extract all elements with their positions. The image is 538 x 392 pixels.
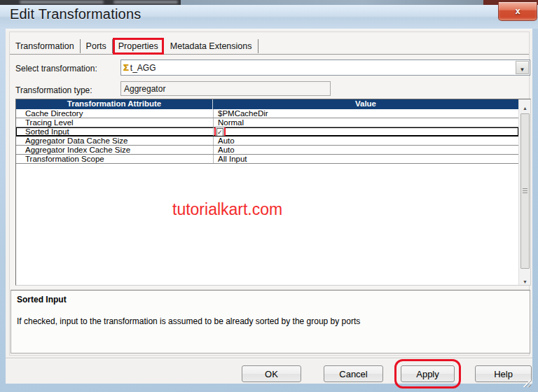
tab-label: Metadata Extensions [170,41,252,51]
close-icon: x [499,2,537,20]
table-rows: Cache Directory $PMCacheDir ✓ Tracing Le… [16,109,518,164]
close-button[interactable]: x [498,2,537,21]
table-row[interactable]: Tracing Level Normal ✓ [16,118,518,127]
background-window-strip [0,0,538,5]
value-cell: Auto ✓ [213,136,518,145]
button-label: Cancel [339,369,367,379]
attribute-cell: Cache Directory [16,109,213,118]
table-row[interactable]: Aggregator Index Cache Size Auto ✓ [16,146,518,155]
attributes-table: Transformation Attribute Value Cache Dir… [15,99,531,286]
scrollbar-grip-icon [523,188,527,195]
table-scrollbar[interactable]: ▲ ▼ [518,99,530,285]
attribute-description-panel: Sorted Input If checked, input to the tr… [11,290,530,354]
tab-strip: Transformation Ports Properties Metadata… [10,35,258,57]
value-cell: Auto ✓ [213,146,518,154]
scroll-up-icon: ▲ [523,106,527,111]
table-row[interactable]: Aggregator Data Cache Size Auto ✓ [16,136,518,146]
tab[interactable]: Properties [113,38,164,55]
transformation-type-value: Aggregator [120,81,331,96]
transformation-select-dropdown[interactable]: Σ t_AGG ▼ [120,59,530,76]
description-text: If checked, input to the transformation … [17,316,524,326]
scroll-down-icon: ▼ [523,279,527,284]
value-cell: Normal ✓ [213,118,518,127]
button-label: OK [265,369,278,379]
value-cell: ✓ [213,127,518,136]
tab-label: Transformation [15,41,74,51]
watermark-text: tutorialkart.com [172,200,282,219]
dialog-button[interactable]: Cancel [324,365,383,382]
sorted-input-checkbox[interactable]: ✓ [216,128,223,136]
edit-transformations-dialog: Edit Transformations x Transformation Po… [0,0,538,392]
dialog-button[interactable]: Help [475,365,532,382]
table-header-row: Transformation Attribute Value [16,99,518,109]
blurred-background-text [20,1,104,4]
button-label: Help [494,369,513,379]
dialog-button[interactable]: OK [242,365,301,382]
tab[interactable]: Transformation [10,39,81,53]
scrollbar-thumb[interactable] [520,113,530,269]
value-cell: All Input ✓ [213,155,518,163]
scroll-down-button[interactable]: ▼ [520,274,530,284]
chevron-down-icon: ▼ [520,66,525,73]
attribute-cell: Aggregator Data Cache Size [16,136,213,145]
dropdown-arrow-button[interactable]: ▼ [516,61,529,74]
table-row[interactable]: Transformation Scope All Input ✓ [16,155,518,164]
attribute-cell: Sorted Input [16,127,213,136]
button-area-divider [6,358,532,359]
tab[interactable]: Metadata Extensions [165,39,258,53]
window-title: Edit Transformations [10,6,141,22]
tab-label: Ports [86,41,106,51]
value-cell: $PMCacheDir ✓ [213,109,518,118]
tab-label: Properties [118,41,158,51]
attribute-cell: Aggregator Index Cache Size [16,146,213,154]
attribute-cell: Transformation Scope [16,155,213,163]
selected-transformation-value: t_AGG [130,63,156,73]
button-label: Apply [416,369,439,379]
column-header-attribute: Transformation Attribute [16,99,213,109]
column-header-value: Value [213,99,518,109]
table-row[interactable]: Sorted Input ✓ [16,127,518,136]
attribute-cell: Tracing Level [16,118,213,127]
description-title: Sorted Input [17,295,524,304]
aggregator-sigma-icon: Σ [123,63,129,72]
dialog-button[interactable]: Apply [401,365,455,382]
transformation-type-label: Transformation type: [15,85,92,95]
checkbox-highlight-box: ✓ [214,127,226,136]
scroll-up-button[interactable]: ▲ [520,100,530,111]
blurred-background-text [113,1,178,4]
tab[interactable]: Ports [81,39,113,53]
select-transformation-label: Select transformation: [15,64,97,74]
table-row[interactable]: Cache Directory $PMCacheDir ✓ [16,109,518,118]
